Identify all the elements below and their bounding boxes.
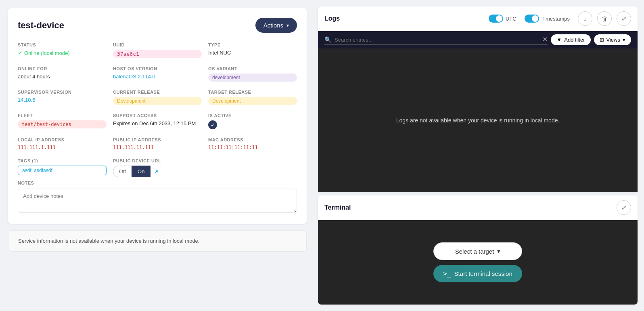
info-grid: STATUS ✓ Online (local mode) UUID 37ae6c… [18,42,297,177]
notes-section: NOTES [18,181,297,214]
expand-icon: ⤢ [621,15,627,22]
online-for-cell: ONLINE FOR about 4 hours [18,66,107,82]
mac-label: MAC ADDRESS [208,137,297,142]
current-release-label: CURRENT RELEASE [113,90,202,95]
supervisor-cell: SUPERVISOR VERSION 14.10.5 [18,90,107,105]
chevron-down-icon: ▾ [286,23,289,28]
terminal-expand-icon: ⤢ [621,204,627,211]
utc-switch-track[interactable] [489,15,503,23]
current-release-cell: CURRENT RELEASE Development [113,90,202,105]
notes-textarea[interactable] [18,189,297,213]
terminal-prompt-icon: >_ [443,270,451,277]
current-release-value: Development [113,97,202,105]
is-active-label: IS ACTIVE [208,113,297,118]
fleet-cell: FLEET test/test-devices [18,113,107,129]
external-link-icon[interactable]: ↗ [154,168,159,175]
public-url-toggle: Off On ↗ [113,166,297,177]
local-ip-cell: LOCAL IP ADDRESS 111.111.1.111 [18,137,107,150]
logs-title: Logs [324,15,484,22]
online-for-label: ONLINE FOR [18,66,107,71]
device-card: test-device Actions ▾ STATUS ✓ Online (l… [8,8,307,224]
left-panel: test-device Actions ▾ STATUS ✓ Online (l… [0,0,315,311]
timestamps-toggle: Timestamps [525,15,570,23]
status-label: STATUS [18,42,107,47]
toggle-off-button[interactable]: Off [113,166,132,177]
tags-cell: TAGS (1) asdf: asdfasdf [18,158,107,177]
type-cell: TYPE Intel NUC [208,42,297,58]
public-ip-cell: PUBLIC IP ADDRESS 111.111.11.111 [113,137,202,150]
mac-value: 11:11:11:11:11:11 [208,145,297,150]
status-cell: STATUS ✓ Online (local mode) [18,42,107,58]
clear-search-button[interactable]: ✕ [542,36,548,43]
device-title: test-device [18,20,64,31]
tags-label: TAGS (1) [18,158,107,163]
add-filter-button[interactable]: ▼ Add filter [551,34,590,45]
search-input[interactable] [335,37,539,43]
notes-label: NOTES [18,181,297,185]
logs-toolbar: 🔍 ✕ ▼ Add filter ⊞ Views ▾ [318,31,638,48]
expand-button[interactable]: ⤢ [617,11,631,26]
utc-toggle: UTC [489,15,516,23]
uuid-cell: UUID 37ae6c1 [113,42,202,58]
local-ip-value: 111.111.1.111 [18,145,107,150]
search-icon: 🔍 [324,36,331,43]
logs-body: Logs are not available when your device … [318,48,638,192]
host-os-label: HOST OS VERSION [113,66,202,71]
mac-cell: MAC ADDRESS 11:11:11:11:11:11 [208,137,297,150]
toggle-on-button[interactable]: On [132,166,151,177]
target-release-value: Development [208,97,297,105]
terminal-expand-button[interactable]: ⤢ [617,200,631,215]
check-icon: ✓ [18,50,23,56]
is-active-value: ✓ [208,120,297,129]
public-ip-label: PUBLIC IP ADDRESS [113,137,202,142]
uuid-label: UUID [113,42,202,47]
logs-header: Logs UTC Timestamps ↓ 🗑 ⤢ [318,6,638,31]
support-access-label: SUPPORT ACCESS [113,113,202,118]
download-button[interactable]: ↓ [578,11,592,26]
is-active-check-icon: ✓ [208,120,217,129]
start-terminal-button[interactable]: >_ Start terminal session [433,265,522,282]
local-ip-label: LOCAL IP ADDRESS [18,137,107,142]
os-variant-value: development [208,74,297,82]
views-icon: ⊞ [600,37,604,43]
download-icon: ↓ [583,15,587,22]
support-access-cell: SUPPORT ACCESS Expires on Dec 6th 2033, … [113,113,202,129]
delete-button[interactable]: 🗑 [597,11,612,26]
select-target-chevron-icon: ▾ [497,248,500,255]
terminal-title: Terminal [324,204,351,211]
filter-icon: ▼ [556,37,562,43]
supervisor-value[interactable]: 14.10.5 [18,97,107,103]
device-header: test-device Actions ▾ [18,18,297,33]
supervisor-label: SUPERVISOR VERSION [18,90,107,95]
terminal-body: Select a target ▾ >_ Start terminal sess… [318,220,638,305]
host-os-value[interactable]: balenaOS 2.114.0 [113,74,202,80]
logs-empty-message: Logs are not available when your device … [396,117,560,124]
target-release-cell: TARGET RELEASE Development [208,90,297,105]
public-url-label: PUBLIC DEVICE URL [113,158,297,163]
timestamps-switch-track[interactable] [525,15,539,23]
timestamps-switch-thumb [532,15,538,22]
local-mode-notice: Service information is not available whe… [8,230,307,252]
public-url-cell: PUBLIC DEVICE URL Off On ↗ [113,158,297,177]
status-value: ✓ Online (local mode) [18,50,107,56]
type-value: Intel NUC [208,50,297,56]
views-chevron-icon: ▾ [623,37,625,43]
host-os-cell: HOST OS VERSION balenaOS 2.114.0 [113,66,202,82]
utc-label: UTC [506,16,516,22]
fleet-value: test/test-devices [18,120,107,128]
target-release-label: TARGET RELEASE [208,90,297,95]
os-variant-label: OS VARIANT [208,66,297,71]
support-access-value: Expires on Dec 6th 2033, 12:15 PM [113,120,202,126]
is-active-cell: IS ACTIVE ✓ [208,113,297,129]
views-button[interactable]: ⊞ Views ▾ [594,34,631,45]
public-ip-value: 111.111.11.111 [113,145,202,150]
actions-button[interactable]: Actions ▾ [255,18,297,33]
type-label: TYPE [208,42,297,47]
timestamps-label: Timestamps [542,16,570,22]
trash-icon: 🗑 [602,15,608,22]
uuid-value: 37ae6c1 [113,50,202,58]
select-target-button[interactable]: Select a target ▾ [433,242,522,260]
search-container: 🔍 ✕ [324,35,548,45]
fleet-label: FLEET [18,113,107,118]
online-for-value: about 4 hours [18,74,107,80]
